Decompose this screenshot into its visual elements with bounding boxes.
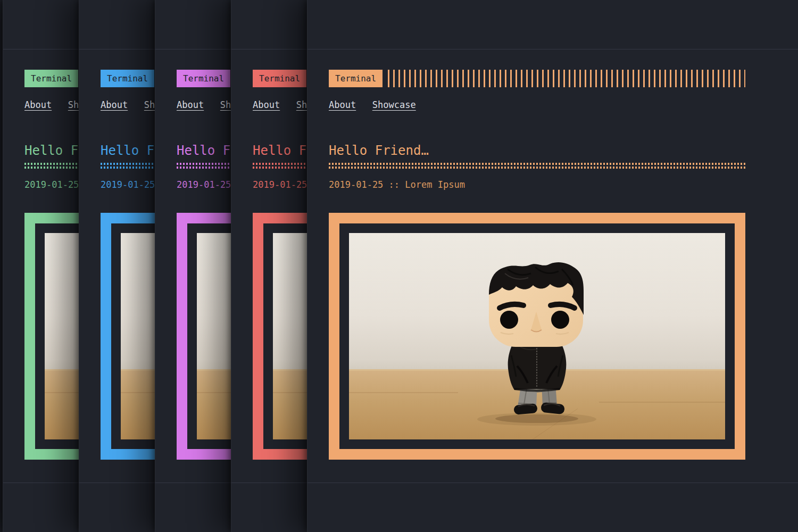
content-column: Terminal About Showcase Hello Friend… 20…: [329, 70, 745, 460]
theme-variants-stage: Terminal About Showcase Hello Friend… 20…: [0, 0, 798, 532]
site-main: Terminal About Showcase Hello Friend… 20…: [307, 49, 798, 483]
post-image-frame: [329, 213, 745, 460]
post-title: Hello Friend…: [329, 144, 745, 157]
nav-link-about[interactable]: About: [329, 99, 356, 110]
figure-head: [489, 262, 584, 347]
funko-pop-photo: [349, 233, 725, 439]
title-underline-dots: [329, 163, 745, 169]
post-meta-date: 2019-01-25 :: Lorem Ipsum: [329, 180, 745, 190]
site-nav: About Showcase: [329, 99, 745, 110]
site-logo-badge[interactable]: Terminal: [177, 70, 230, 87]
nav-link-about[interactable]: About: [24, 99, 52, 110]
terminal-theme-panel-orange: Terminal About Showcase Hello Friend… 20…: [307, 0, 798, 532]
site-logo-badge[interactable]: Terminal: [24, 70, 78, 87]
nav-link-about[interactable]: About: [101, 99, 128, 110]
site-header: [307, 0, 798, 49]
site-logo-badge[interactable]: Terminal: [101, 70, 154, 87]
site-logo-badge[interactable]: Terminal: [253, 70, 306, 87]
site-logo-badge[interactable]: Terminal: [329, 70, 383, 87]
logo-row: Terminal: [329, 70, 745, 87]
nav-link-about[interactable]: About: [177, 99, 204, 110]
logo-decoration-bars-icon: [388, 70, 745, 87]
nav-link-about[interactable]: About: [253, 99, 280, 110]
nav-link-showcase[interactable]: Showcase: [372, 99, 416, 110]
figure-shadow: [477, 413, 596, 426]
site-footer: [307, 483, 798, 532]
